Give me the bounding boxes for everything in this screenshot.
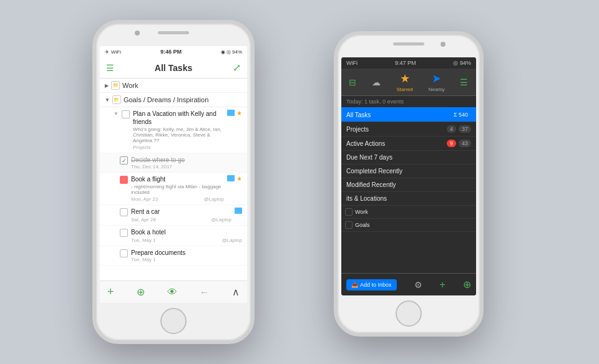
home-button-front[interactable] xyxy=(160,308,187,334)
front-toolbar: + ⊕ 👁 ← ∧ xyxy=(100,280,247,303)
due-next-item[interactable]: Due Next 7 days xyxy=(341,151,476,165)
flight-checkbox[interactable] xyxy=(120,176,128,184)
decide-content: Decide where to go Thu, Dec 14, 2017 xyxy=(131,156,242,170)
docs-checkbox[interactable] xyxy=(120,249,128,257)
work-group-label: Work xyxy=(122,82,138,89)
all-tasks-item[interactable]: All Tasks Σ 540 xyxy=(341,108,476,122)
hotel-content: Book a hotel Tue, May 1 @Laptop xyxy=(131,228,242,243)
projects-item[interactable]: Projects 4 37 xyxy=(341,122,476,136)
locations-label: its & Locations xyxy=(346,195,471,202)
car-icons xyxy=(235,208,242,214)
modified-item[interactable]: Modified Recently xyxy=(341,178,476,192)
car-meta: Sat, Apr 28 @Laptop xyxy=(131,217,231,223)
projects-badge2: 37 xyxy=(459,125,471,133)
dark-status-time: 9:47 PM xyxy=(395,60,416,66)
nearby-label: Nearby xyxy=(429,87,445,92)
task-hotel: Book a hotel Tue, May 1 @Laptop xyxy=(100,226,247,246)
status-bar: ✈ WiFi 9:46 PM ◉ ◎ 94% xyxy=(100,46,247,57)
front-phone: ✈ WiFi 9:46 PM ◉ ◎ 94% ☰ All Tasks ⤢ ▶ xyxy=(92,20,255,344)
star-nav-icon: ★ xyxy=(400,72,410,85)
hamburger-icon[interactable]: ☰ xyxy=(106,63,114,73)
settings-icon[interactable]: ⚙ xyxy=(414,280,422,290)
vacation-star: ★ xyxy=(236,110,242,117)
decide-title: Decide where to go xyxy=(131,156,242,164)
expand-icon[interactable]: ⤢ xyxy=(233,62,241,74)
partial-work-text: Work xyxy=(355,209,368,215)
active-actions-item[interactable]: Active Actions 9 43 xyxy=(341,136,476,151)
car-flag xyxy=(235,208,242,214)
vacation-content: Plan a Vacation with Kelly and friends W… xyxy=(133,110,224,150)
back-screen: WiFi 9:47 PM ◎ 94% ⊟ ☁ ★ Starred ➤ Nearb… xyxy=(341,57,476,295)
dark-add-icon[interactable]: + xyxy=(440,279,446,290)
flight-content: Book a flight - night/morning flight via… xyxy=(131,175,224,202)
status-right: ◉ ◎ 94% xyxy=(221,49,242,55)
status-left: ✈ WiFi xyxy=(105,49,121,55)
modified-label: Modified Recently xyxy=(346,181,471,188)
locations-item[interactable]: its & Locations xyxy=(341,192,476,206)
scene: WiFi 9:47 PM ◎ 94% ⊟ ☁ ★ Starred ➤ Nearb… xyxy=(0,0,599,364)
today-header: Today: 1 task, 0 events xyxy=(341,96,476,107)
hotel-tag: @Laptop xyxy=(222,237,242,243)
partial-checkbox-2 xyxy=(345,221,353,229)
flight-title: Book a flight xyxy=(131,175,224,183)
home-button-back[interactable] xyxy=(396,300,422,327)
dark-add-circle-icon[interactable]: ⊕ xyxy=(463,279,471,290)
nav-title: All Tasks xyxy=(155,63,192,73)
flight-tag: @Laptop xyxy=(203,196,224,202)
add-inbox-button[interactable]: 📥 Add to Inbox xyxy=(346,279,397,290)
nearby-nav-icon: ➤ xyxy=(432,72,441,85)
car-title: Rent a car xyxy=(131,208,231,216)
dark-nav-left-icon: ⊟ xyxy=(349,77,356,87)
car-date: Sat, Apr 28 xyxy=(131,217,156,223)
goals-group-header[interactable]: ▼ 📁 Goals / Dreams / Inspiration xyxy=(100,93,247,107)
dark-nav-right-icon: ☰ xyxy=(460,77,468,87)
battery-text: ◎ 94% xyxy=(226,49,242,55)
dark-nav-bar: ⊟ ☁ ★ Starred ➤ Nearby ☰ xyxy=(341,69,476,96)
decide-date: Thu, Dec 14, 2017 xyxy=(131,164,242,170)
projects-badge1: 4 xyxy=(447,125,456,133)
flight-date: Mon, Apr 23 xyxy=(131,196,158,202)
completed-item[interactable]: Completed Recently xyxy=(341,165,476,178)
flight-meta: Mon, Apr 23 @Laptop xyxy=(131,196,224,202)
back-icon[interactable]: ← xyxy=(200,287,210,298)
signal-icon: ◉ xyxy=(221,49,225,55)
task-car: Rent a car Sat, Apr 28 @Laptop xyxy=(100,205,247,226)
goals-group-icon: 📁 xyxy=(112,95,121,104)
eye-icon[interactable]: 👁 xyxy=(167,287,177,298)
front-screen: ✈ WiFi 9:46 PM ◉ ◎ 94% ☰ All Tasks ⤢ ▶ xyxy=(100,46,247,303)
docs-date: Tue, May 1 xyxy=(131,257,242,262)
dark-toolbar: 📥 Add to Inbox ⚙ + ⊕ xyxy=(341,273,476,295)
vacation-checkbox[interactable] xyxy=(122,110,130,118)
decide-checkbox[interactable] xyxy=(120,156,128,165)
back-phone: WiFi 9:47 PM ◎ 94% ⊟ ☁ ★ Starred ➤ Nearb… xyxy=(334,31,484,337)
partial-goals: Goals xyxy=(341,219,476,232)
speaker-back xyxy=(393,42,424,46)
flight-flag xyxy=(227,175,235,181)
work-group-header[interactable]: ▶ 📁 Work xyxy=(100,79,247,93)
hotel-title: Book a hotel xyxy=(131,228,242,236)
wifi-icon: WiFi xyxy=(111,49,121,55)
dark-status-left: WiFi xyxy=(346,60,358,66)
add-icon[interactable]: + xyxy=(107,285,114,299)
add-circle-icon[interactable]: ⊕ xyxy=(137,286,145,298)
vacation-meta: Projects xyxy=(133,145,224,150)
vacation-subtitle: Who's going: Kelly, me, Jim & Alice, Ian… xyxy=(133,127,224,143)
work-chevron: ▶ xyxy=(105,83,109,89)
camera-front xyxy=(135,31,140,36)
vacation-title: Plan a Vacation with Kelly and friends xyxy=(133,110,224,126)
docs-title: Prepare documents xyxy=(131,249,242,257)
hotel-checkbox[interactable] xyxy=(120,229,128,237)
car-checkbox[interactable] xyxy=(120,208,128,216)
partial-checkbox-1 xyxy=(345,208,353,216)
task-decide: Decide where to go Thu, Dec 14, 2017 xyxy=(100,153,247,173)
vacation-meta-right: Projects xyxy=(133,145,151,150)
vacation-flag xyxy=(227,110,235,116)
task-plan-vacation: ▼ Plan a Vacation with Kelly and friends… xyxy=(100,107,247,153)
goals-group-label: Goals / Dreams / Inspiration xyxy=(124,96,208,103)
nearby-tab[interactable]: ➤ Nearby xyxy=(429,72,445,92)
docs-content: Prepare documents Tue, May 1 xyxy=(131,249,242,262)
up-icon[interactable]: ∧ xyxy=(232,286,240,298)
starred-label: Starred xyxy=(396,87,412,92)
starred-tab[interactable]: ★ Starred xyxy=(396,72,412,92)
all-tasks-badge: Σ 540 xyxy=(450,111,471,118)
